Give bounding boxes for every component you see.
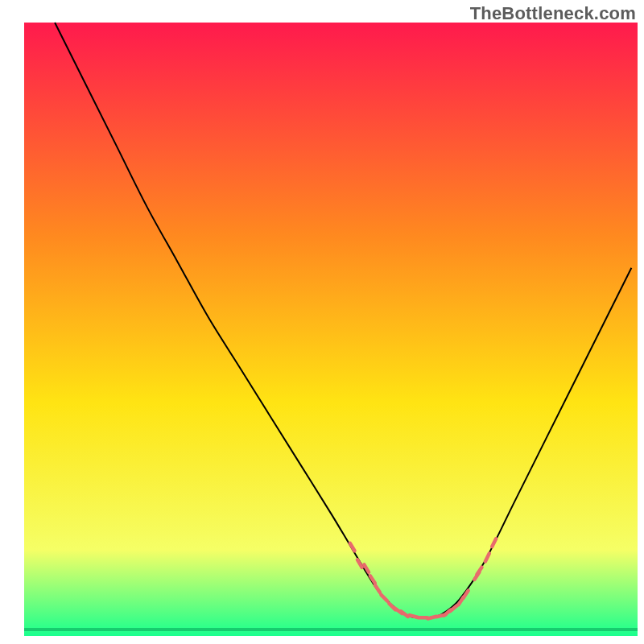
highlight-tick bbox=[410, 615, 419, 617]
watermark-text: TheBottleneck.com bbox=[470, 3, 636, 24]
bottleneck-chart bbox=[0, 0, 644, 644]
green-band bbox=[24, 628, 638, 631]
highlight-tick bbox=[427, 617, 436, 619]
chart-stage: TheBottleneck.com bbox=[0, 0, 644, 644]
chart-background bbox=[24, 23, 638, 636]
